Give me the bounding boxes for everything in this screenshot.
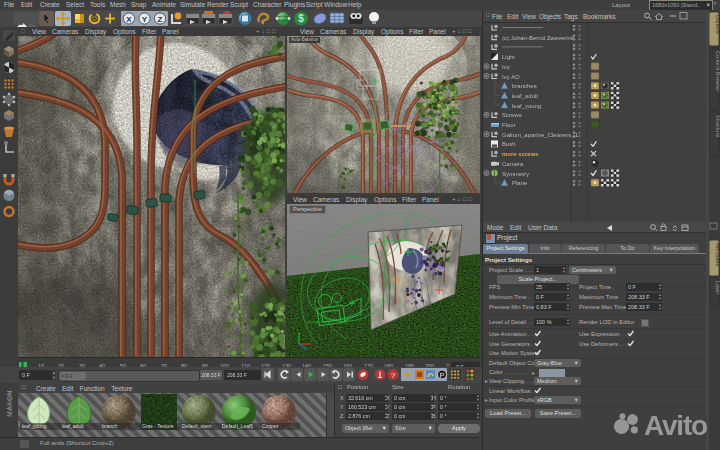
svg-text:Screws: Screws [502,112,522,118]
svg-text:X: X [126,15,132,24]
svg-text:Camera: Camera [502,161,524,167]
svg-text:leaf_adult: leaf_adult [512,93,538,99]
svg-text:Plane: Plane [512,180,528,186]
svg-text:Galium_aparine_Cleavers_1: Galium_aparine_Cleavers_1 [502,132,579,138]
svg-text:Layer: Layer [715,281,720,295]
svg-text:?: ? [391,371,396,380]
svg-text:Floor: Floor [502,122,516,128]
svg-text:Structure: Structure [715,115,720,137]
svg-text:more screws: more screws [502,151,539,157]
svg-text:Bush: Bush [502,141,516,147]
svg-text:(c) Johan-Bernd Zweverink: (c) Johan-Bernd Zweverink [502,35,575,41]
svg-text:Y: Y [142,15,148,24]
svg-text:Content Browser: Content Browser [715,51,720,92]
svg-text:Objects: Objects [715,15,720,34]
svg-text:branches: branches [512,83,537,89]
svg-text:leaf_young: leaf_young [512,103,541,109]
svg-text:Symmetry: Symmetry [502,171,529,177]
svg-text:Ivy: Ivy [502,64,510,70]
svg-text:Z: Z [158,15,163,24]
svg-text:Avito: Avito [644,410,708,441]
svg-text:$: $ [298,13,304,24]
svg-text:Attributes: Attributes [715,243,720,266]
svg-text:Ivy AO: Ivy AO [502,74,520,80]
svg-text:Light: Light [502,54,515,60]
svg-text:P: P [439,371,444,380]
